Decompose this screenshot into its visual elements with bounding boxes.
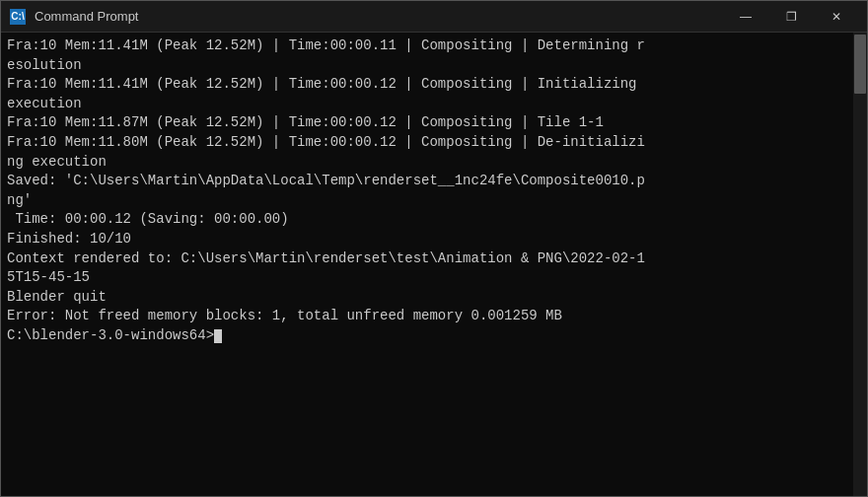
console-area: Fra:10 Mem:11.41M (Peak 12.52M) | Time:0… [1,33,867,496]
title-bar: C:\ Command Prompt — ❐ ✕ [1,1,867,33]
console-line: Saved: 'C:\Users\Martin\AppData\Local\Te… [7,172,847,191]
console-line: C:\blender-3.0-windows64> [7,326,847,346]
app-icon-inner: C:\ [10,9,26,25]
restore-button[interactable]: ❐ [768,1,814,33]
console-line: Error: Not freed memory blocks: 1, total… [7,307,847,326]
command-prompt-window: C:\ Command Prompt — ❐ ✕ Fra:10 Mem:11.4… [0,0,868,497]
console-line: Fra:10 Mem:11.41M (Peak 12.52M) | Time:0… [7,36,847,56]
console-line: Context rendered to: C:\Users\Martin\ren… [7,249,847,269]
console-line: execution [7,95,847,114]
window-controls: — ❐ ✕ [723,1,859,33]
console-line: esolution [7,56,847,76]
console-line: Fra:10 Mem:11.80M (Peak 12.52M) | Time:0… [7,133,847,153]
console-line: Blender quit [7,288,847,308]
scrollbar-thumb[interactable] [854,35,866,94]
cursor-blink [214,329,222,343]
console-line: ng execution [7,153,847,173]
window-title: Command Prompt [35,9,723,24]
console-output[interactable]: Fra:10 Mem:11.41M (Peak 12.52M) | Time:0… [1,33,853,496]
console-line: Fra:10 Mem:11.87M (Peak 12.52M) | Time:0… [7,113,847,133]
console-line: Finished: 10/10 [7,230,847,249]
console-line: Fra:10 Mem:11.41M (Peak 12.52M) | Time:0… [7,75,847,95]
app-icon: C:\ [9,8,27,26]
console-line: Time: 00:00.12 (Saving: 00:00.00) [7,210,847,230]
minimize-button[interactable]: — [723,1,768,33]
scrollbar[interactable] [853,33,867,496]
close-button[interactable]: ✕ [814,1,859,33]
console-line: 5T15-45-15 [7,268,847,288]
console-line: ng' [7,191,847,211]
